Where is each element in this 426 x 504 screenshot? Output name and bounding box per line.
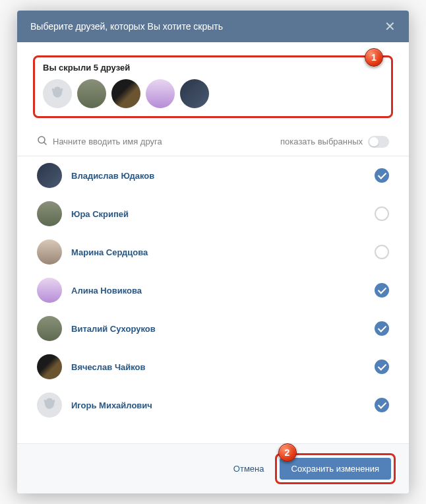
hidden-avatars — [43, 79, 383, 108]
friend-row[interactable]: Алина Новикова — [17, 271, 409, 309]
unchecked-circle[interactable] — [375, 206, 389, 221]
check-icon[interactable] — [375, 360, 389, 374]
save-button[interactable]: Сохранить изменения — [280, 458, 392, 480]
search-row: показать выбранных — [17, 127, 409, 156]
modal-title: Выберите друзей, которых Вы хотите скрыт… — [30, 21, 223, 32]
callout-hidden: 1 Вы скрыли 5 друзей — [33, 55, 393, 118]
hidden-avatar[interactable] — [111, 79, 140, 108]
hidden-avatar[interactable] — [180, 79, 209, 108]
check-icon[interactable] — [375, 321, 389, 336]
friend-name: Юра Скрипей — [71, 209, 375, 219]
friend-row[interactable]: Владислав Юдаков — [17, 156, 409, 195]
friend-row[interactable]: Игорь Михайлович — [17, 386, 409, 424]
unchecked-circle[interactable] — [375, 245, 389, 259]
show-selected-label: показать выбранных — [280, 137, 363, 146]
search-input[interactable] — [53, 133, 275, 150]
avatar — [37, 201, 62, 226]
friend-row[interactable]: Марина Сердцова — [17, 233, 409, 271]
friend-name: Игорь Михайлович — [71, 400, 375, 410]
search-icon — [37, 135, 47, 148]
hidden-friends-section: 1 Вы скрыли 5 друзей — [17, 42, 409, 127]
friend-name: Вячеслав Чайков — [71, 362, 375, 372]
friend-name: Марина Сердцова — [71, 247, 375, 257]
modal-footer: Отмена 2 Сохранить изменения — [17, 443, 409, 493]
friend-name: Алина Новикова — [71, 286, 375, 296]
show-selected-toggle[interactable]: показать выбранных — [280, 136, 389, 148]
hidden-avatar[interactable] — [146, 79, 175, 108]
callout-save: 2 Сохранить изменения — [275, 453, 396, 484]
cancel-button[interactable]: Отмена — [231, 458, 267, 479]
svg-line-1 — [44, 142, 46, 144]
avatar — [37, 393, 62, 418]
select-friends-modal: Выберите друзей, которых Вы хотите скрыт… — [17, 11, 409, 493]
friend-name: Владислав Юдаков — [71, 171, 375, 181]
friends-list: Владислав ЮдаковЮра СкрипейМарина Сердцо… — [17, 156, 409, 443]
avatar — [37, 316, 62, 341]
avatar — [37, 278, 62, 303]
avatar — [37, 239, 62, 265]
toggle-switch[interactable] — [368, 136, 389, 148]
check-icon[interactable] — [375, 283, 389, 298]
friend-row[interactable]: Юра Скрипей — [17, 195, 409, 233]
friend-name: Виталий Сухоруков — [71, 324, 375, 334]
avatar — [37, 354, 62, 379]
hidden-avatar[interactable] — [77, 79, 106, 108]
annotation-badge-2: 2 — [278, 443, 297, 462]
hidden-count-label: Вы скрыли 5 друзей — [43, 63, 383, 73]
modal-header: Выберите друзей, которых Вы хотите скрыт… — [17, 11, 409, 42]
avatar — [37, 163, 62, 188]
hidden-avatar[interactable] — [43, 79, 72, 108]
friend-row[interactable]: Вячеслав Чайков — [17, 348, 409, 386]
check-icon[interactable] — [375, 398, 389, 412]
check-icon[interactable] — [375, 168, 389, 183]
friend-row[interactable]: Виталий Сухоруков — [17, 309, 409, 348]
annotation-badge-1: 1 — [365, 48, 383, 67]
close-icon[interactable]: ✕ — [384, 20, 396, 33]
